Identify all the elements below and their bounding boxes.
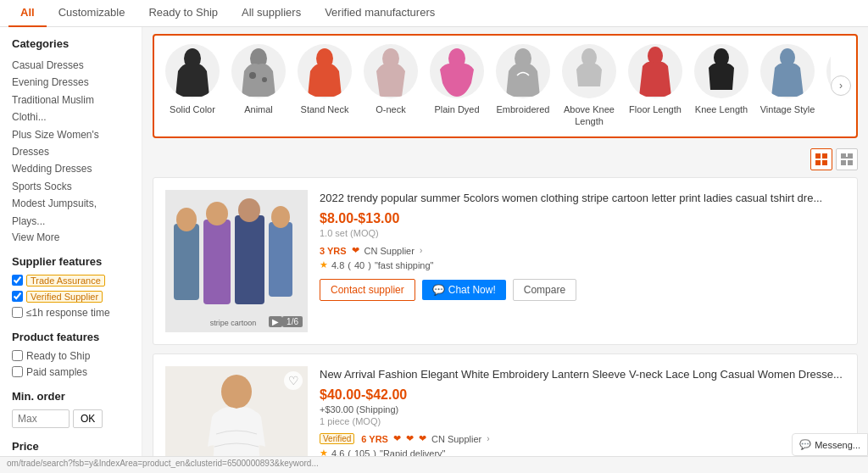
min-order-title: Min. order	[12, 390, 130, 403]
category-sports-socks[interactable]: Sports Socks	[12, 178, 130, 195]
view-toggle	[153, 148, 858, 170]
carousel-next-arrow[interactable]: ›	[831, 75, 851, 96]
category-traditional-muslim[interactable]: Traditional Muslim Clothi...	[12, 92, 130, 126]
elegant-image	[826, 44, 831, 98]
trade-assurance-checkbox[interactable]	[12, 275, 23, 286]
embroidered-image	[496, 44, 550, 98]
carousel-elegant[interactable]: Elegant	[821, 44, 831, 128]
list-view-button[interactable]	[836, 148, 858, 170]
category-carousel: Solid Color Animal Stand Neck	[153, 34, 858, 138]
svg-rect-26	[203, 220, 231, 304]
messenger-button[interactable]: 💬 Messeng...	[792, 433, 868, 456]
stand-neck-image	[298, 44, 352, 98]
product-features-title: Product features	[12, 331, 130, 343]
product-moq-2: 1 piece (MOQ)	[320, 416, 845, 426]
response-time-checkbox[interactable]	[12, 307, 23, 318]
category-modest-jumpsuits[interactable]: Modest Jumpsuits, Plays...	[12, 195, 130, 230]
carousel-above-knee[interactable]: Above Knee Length	[556, 44, 622, 128]
top-navigation: All Customizable Ready to Ship All suppl…	[0, 0, 868, 27]
svg-text:stripe cartoon: stripe cartoon	[210, 319, 257, 327]
verified-badge-2: Verified	[320, 433, 354, 444]
knee-length-label: Knee Length	[695, 103, 748, 115]
chat-label-1: Chat Now!	[448, 284, 496, 296]
nav-all[interactable]: All	[8, 0, 47, 27]
rating-row-1: ★ 4.8 (40) "fast shipping"	[320, 259, 845, 270]
svg-rect-16	[815, 160, 821, 165]
grid-view-button[interactable]	[810, 148, 832, 170]
svg-rect-21	[841, 160, 846, 165]
ready-to-ship-row: Ready to Ship	[12, 350, 130, 362]
svg-point-29	[238, 198, 260, 222]
svg-point-27	[206, 202, 228, 225]
verified-supplier-row: Verified Supplier	[12, 291, 130, 303]
plain-dyed-label: Plain Dyed	[434, 103, 479, 115]
supplier-cn-1[interactable]: CN Supplier	[364, 246, 415, 256]
nav-ready-to-ship[interactable]: Ready to Ship	[136, 0, 230, 27]
carousel-inner: Solid Color Animal Stand Neck	[159, 44, 831, 128]
heart-icon-2c: ❤	[419, 433, 426, 444]
floor-length-image	[628, 44, 682, 98]
contact-supplier-button-1[interactable]: Contact supplier	[320, 279, 415, 301]
carousel-animal[interactable]: Animal	[225, 44, 292, 128]
verified-supplier-badge: Verified Supplier	[26, 291, 103, 303]
category-plus-size[interactable]: Plus Size Women's Dresses	[12, 126, 130, 161]
view-more-categories[interactable]: View More	[12, 231, 130, 243]
bottom-bar: om/trade/search?fsb=y&IndexArea=product_…	[0, 456, 868, 473]
supplier-features-title: Supplier features	[12, 255, 130, 268]
embroidered-label: Embroidered	[497, 103, 550, 115]
plain-dyed-image	[430, 44, 484, 98]
nav-customizable[interactable]: Customizable	[47, 0, 137, 27]
animal-image	[231, 44, 286, 98]
product-card-1: stripe cartoon 1/6 ▶ 2022 trendy popular…	[153, 177, 858, 345]
svg-point-3	[262, 77, 267, 82]
vintage-image	[760, 44, 815, 98]
min-order-row: OK	[12, 409, 130, 428]
carousel-stand-neck[interactable]: Stand Neck	[292, 44, 358, 128]
supplier-arrow-1: ›	[420, 246, 422, 255]
svg-rect-22	[848, 160, 853, 165]
nav-verified-manufacturers[interactable]: Verified manufacturers	[313, 0, 447, 27]
compare-button-1[interactable]: Compare	[513, 279, 576, 301]
ready-to-ship-label: Ready to Ship	[26, 350, 90, 362]
response-time-row: ≤1h response time	[12, 307, 130, 319]
product-info-1: 2022 trendy popular summer 5colors women…	[320, 190, 845, 332]
nav-all-suppliers[interactable]: All suppliers	[230, 0, 313, 27]
verified-supplier-checkbox[interactable]	[12, 291, 23, 302]
svg-point-2	[249, 72, 256, 79]
category-wedding-dresses[interactable]: Wedding Dresses	[12, 160, 130, 177]
review-count-val-1: 40	[354, 260, 364, 270]
carousel-knee-length[interactable]: Knee Length	[688, 44, 754, 128]
svg-rect-24	[174, 224, 199, 300]
min-order-ok-button[interactable]: OK	[73, 409, 103, 428]
trade-assurance-badge: Trade Assurance	[26, 275, 105, 287]
ready-to-ship-checkbox[interactable]	[12, 350, 23, 361]
stars-1: ★	[320, 259, 328, 270]
carousel-solid-color[interactable]: Solid Color	[159, 44, 225, 128]
category-evening-dresses[interactable]: Evening Dresses	[12, 74, 130, 91]
product-title-2[interactable]: New Arrival Fashion Elegant White Embroi…	[320, 366, 845, 383]
carousel-vintage[interactable]: Vintage Style	[754, 44, 821, 128]
oneck-image	[364, 44, 418, 98]
chat-icon-1: 💬	[432, 284, 445, 296]
product-moq-1: 1.0 set (MOQ)	[320, 228, 845, 238]
supplier-yrs-1: 3 YRS	[320, 246, 347, 256]
paid-samples-checkbox[interactable]	[12, 366, 23, 377]
product-title-1[interactable]: 2022 trendy popular summer 5colors women…	[320, 190, 845, 207]
product-2-wishlist[interactable]: ♡	[284, 371, 303, 390]
svg-rect-15	[822, 153, 827, 159]
carousel-oneck[interactable]: O-neck	[358, 44, 424, 128]
carousel-embroidered[interactable]: Embroidered	[490, 44, 556, 128]
carousel-plain-dyed[interactable]: Plain Dyed	[424, 44, 490, 128]
stand-neck-label: Stand Neck	[301, 103, 349, 115]
min-order-input[interactable]	[12, 409, 70, 428]
category-casual-dresses[interactable]: Casual Dresses	[12, 57, 130, 74]
product-1-badge: 1/6	[282, 316, 303, 327]
carousel-floor-length[interactable]: Floor Length	[622, 44, 688, 128]
svg-rect-28	[235, 215, 264, 304]
action-row-1: Contact supplier 💬 Chat Now! Compare	[320, 279, 845, 301]
paid-samples-row: Paid samples	[12, 366, 130, 378]
chat-now-button-1[interactable]: 💬 Chat Now!	[422, 280, 506, 300]
shipping-extra-2: +$30.00 (Shipping)	[320, 404, 845, 415]
oneck-label: O-neck	[376, 103, 405, 115]
supplier-cn-2[interactable]: CN Supplier	[431, 434, 481, 444]
